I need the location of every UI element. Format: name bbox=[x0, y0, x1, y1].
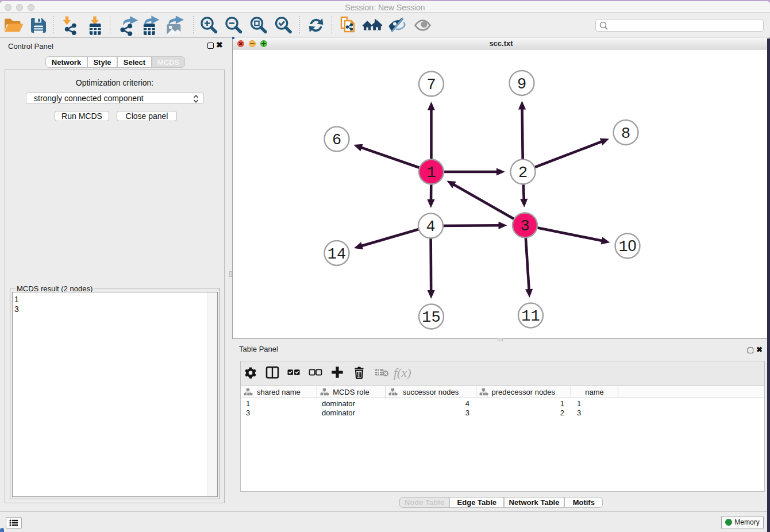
svg-text:f(x): f(x) bbox=[394, 365, 411, 380]
svg-text:10: 10 bbox=[618, 237, 636, 256]
svg-text:3: 3 bbox=[520, 218, 529, 235]
svg-text:14: 14 bbox=[328, 246, 346, 263]
svg-text:11: 11 bbox=[521, 308, 540, 325]
svg-text:4: 4 bbox=[426, 218, 435, 236]
svg-text:8: 8 bbox=[621, 125, 630, 142]
svg-text:7: 7 bbox=[426, 76, 436, 94]
svg-text:1: 1 bbox=[426, 164, 436, 182]
svg-text:9: 9 bbox=[517, 76, 526, 93]
svg-text:6: 6 bbox=[332, 132, 341, 149]
svg-text:2: 2 bbox=[518, 164, 528, 182]
svg-text:15: 15 bbox=[422, 309, 440, 326]
